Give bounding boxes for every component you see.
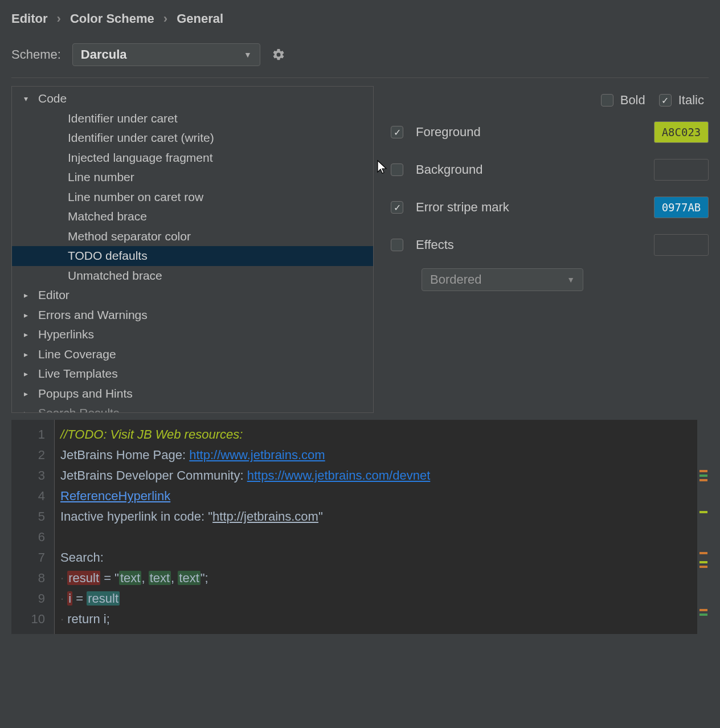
reference-hyperlink[interactable]: ReferenceHyperlink — [60, 489, 170, 503]
tree-item-matched-brace[interactable]: Matched brace — [12, 207, 373, 227]
scheme-value: Darcula — [81, 47, 127, 62]
search-text: text — [119, 571, 141, 585]
stripe-marker — [699, 561, 707, 563]
hyperlink[interactable]: https://www.jetbrains.com/devnet — [247, 468, 431, 482]
italic-checkbox[interactable] — [659, 94, 672, 107]
todo-comment: //TODO: Visit JB Web resources: — [60, 427, 243, 441]
tree-item-unmatched-brace[interactable]: Unmatched brace — [12, 266, 373, 286]
tree-item-line-number-on-caret-row[interactable]: Line number on caret row — [12, 187, 373, 207]
tree-item-identifier-under-caret[interactable]: Identifier under caret — [12, 109, 373, 129]
stripe-marker — [699, 511, 707, 513]
inactive-hyperlink: http://jetbrains.com — [212, 509, 318, 523]
effects-color[interactable] — [654, 234, 709, 256]
stripe-marker — [699, 552, 707, 554]
chevron-right-icon: ▸ — [20, 408, 31, 413]
tree-item-line-number[interactable]: Line number — [12, 167, 373, 187]
chevron-right-icon: ▸ — [20, 291, 31, 300]
background-checkbox[interactable] — [391, 163, 403, 176]
stripe-marker — [699, 479, 707, 481]
code-preview[interactable]: //TODO: Visit JB Web resources: JetBrain… — [55, 420, 697, 634]
chevron-right-icon: ▸ — [20, 330, 31, 339]
breadcrumb-color-scheme[interactable]: Color Scheme — [70, 11, 154, 26]
search-text: text — [178, 571, 200, 585]
tree-group-search-results[interactable]: ▸Search Results — [12, 403, 373, 413]
bold-label: Bold — [620, 93, 645, 108]
effects-label: Effects — [416, 238, 641, 252]
tree-group-code[interactable]: ▾ Code — [12, 89, 373, 109]
stripe-marker — [699, 475, 707, 477]
tree-item-identifier-under-caret-write[interactable]: Identifier under caret (write) — [12, 128, 373, 148]
stripe-marker — [699, 566, 707, 568]
gear-icon[interactable] — [272, 48, 285, 62]
background-label: Background — [416, 162, 641, 177]
chevron-down-icon: ▾ — [20, 94, 31, 103]
tree-group-errors-and-warnings[interactable]: ▸Errors and Warnings — [12, 305, 373, 325]
chevron-right-icon: › — [57, 11, 61, 26]
tree-item-todo-defaults[interactable]: TODO defaults — [12, 246, 373, 266]
bold-checkbox[interactable] — [601, 94, 613, 107]
tree-group-popups-and-hints[interactable]: ▸Popups and Hints — [12, 384, 373, 404]
error-stripe-color[interactable]: 0977AB — [654, 197, 709, 218]
chevron-right-icon: ▸ — [20, 369, 31, 378]
tree-group-line-coverage[interactable]: ▸Line Coverage — [12, 345, 373, 365]
tree-item-method-separator-color[interactable]: Method separator color — [12, 227, 373, 247]
scheme-dropdown[interactable]: Darcula ▼ — [72, 43, 260, 66]
error-stripe-label: Error stripe mark — [416, 200, 641, 215]
breadcrumb-general[interactable]: General — [177, 11, 223, 26]
italic-label: Italic — [678, 93, 704, 108]
chevron-down-icon: ▼ — [244, 50, 252, 59]
foreground-color[interactable]: A8C023 — [654, 121, 709, 143]
background-color[interactable] — [654, 159, 709, 181]
tree-group-live-templates[interactable]: ▸Live Templates — [12, 364, 373, 384]
write-identifier: i — [67, 591, 72, 606]
search-result: result — [67, 571, 100, 585]
stripe-marker — [699, 470, 707, 472]
settings-tree[interactable]: ▾ Code Identifier under caret Identifier… — [11, 86, 374, 413]
read-identifier: result — [87, 591, 120, 606]
error-stripe-checkbox[interactable] — [391, 201, 403, 214]
search-text: text — [149, 571, 171, 585]
tree-group-hyperlinks[interactable]: ▸Hyperlinks — [12, 325, 373, 345]
chevron-right-icon: ▸ — [20, 389, 31, 398]
stripe-marker — [699, 614, 707, 616]
effects-value: Bordered — [430, 272, 482, 287]
chevron-right-icon: ▸ — [20, 310, 31, 320]
chevron-right-icon: ▸ — [20, 350, 31, 359]
divider — [11, 77, 709, 78]
effects-checkbox[interactable] — [391, 239, 403, 251]
stripe-marker — [699, 609, 707, 611]
breadcrumb-editor[interactable]: Editor — [11, 11, 48, 26]
breadcrumb: Editor › Color Scheme › General — [11, 11, 709, 26]
chevron-right-icon: › — [163, 11, 167, 26]
line-gutter: 1 2 3 4 5 6 7 8 9 10 — [11, 420, 55, 634]
error-stripe-bar[interactable] — [697, 420, 709, 634]
foreground-checkbox[interactable] — [391, 126, 403, 138]
tree-item-injected-language-fragment[interactable]: Injected language fragment — [12, 148, 373, 168]
effects-dropdown[interactable]: Bordered ▼ — [422, 268, 583, 291]
chevron-down-icon: ▼ — [567, 275, 575, 284]
tree-group-editor[interactable]: ▸Editor — [12, 285, 373, 305]
hyperlink[interactable]: http://www.jetbrains.com — [189, 448, 325, 462]
scheme-label: Scheme: — [11, 47, 61, 62]
foreground-label: Foreground — [416, 125, 641, 140]
